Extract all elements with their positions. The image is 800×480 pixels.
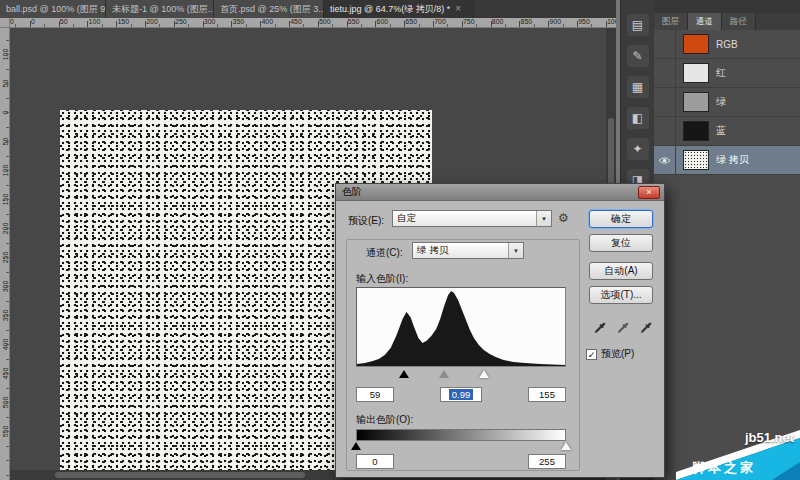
gray-point-eyedropper-icon[interactable] [615, 319, 631, 335]
output-shadow-field[interactable]: 0 [356, 454, 394, 469]
input-midtone-slider[interactable] [439, 370, 449, 378]
white-point-eyedropper-icon[interactable] [638, 319, 654, 335]
ruler-ticks [10, 21, 616, 27]
panel-header-strip [654, 0, 800, 13]
document-tab-label: 首页.psd @ 25% (图层 3... [220, 3, 324, 16]
visibility-toggle[interactable] [654, 117, 676, 145]
collapsed-panel-icon[interactable]: ✦ [627, 138, 649, 160]
document-tab-label: 未标题-1 @ 100% (图层... [112, 3, 214, 16]
eye-icon [658, 156, 671, 165]
ruler-corner [0, 18, 10, 28]
channel-row-green-copy[interactable]: 绿 拷贝 [654, 146, 800, 175]
close-tab-icon[interactable]: × [455, 4, 461, 14]
levels-dialog: 色阶 × 预设(E): 自定 ▼ ⚙ 确定 通道(C): 绿 拷贝 ▼ 复位 输… [335, 183, 665, 478]
collapsed-panel-icon[interactable]: ▦ [627, 76, 649, 98]
black-point-eyedropper-icon[interactable] [592, 319, 608, 335]
reset-button[interactable]: 复位 [589, 234, 653, 252]
selected-text: 0.99 [449, 389, 474, 400]
output-shadow-slider[interactable] [351, 442, 361, 450]
watermark-site: jb51.net [745, 430, 794, 445]
channel-name: 红 [716, 66, 726, 80]
channel-thumbnail [683, 121, 709, 141]
gear-icon[interactable]: ⚙ [558, 211, 569, 225]
preset-dropdown[interactable]: 自定 ▼ [392, 210, 552, 227]
preview-label: 预览(P) [601, 347, 634, 361]
channel-label: 通道(C): [366, 246, 403, 260]
channel-thumbnail [683, 92, 709, 112]
input-gamma-field[interactable]: 0.99 [440, 387, 482, 402]
channel-thumbnail [683, 150, 709, 170]
output-levels-label: 输出色阶(O): [356, 413, 413, 427]
document-tab[interactable]: ball.psd @ 100% (图层 9... × [0, 0, 106, 18]
channel-thumbnail [683, 63, 709, 83]
channel-value: 绿 拷贝 [413, 244, 508, 257]
histogram [356, 287, 566, 367]
preview-option[interactable]: ✓ 预览(P) [586, 347, 634, 361]
input-highlight-slider[interactable] [479, 370, 489, 378]
input-shadow-slider[interactable] [399, 370, 409, 378]
document-tab-label: ball.psd @ 100% (图层 9... [6, 3, 106, 16]
tab-layers[interactable]: 图层 [654, 13, 688, 30]
visibility-toggle[interactable] [654, 30, 676, 58]
document-tab-active[interactable]: tietu.jpg @ 64.7%(绿 拷贝/8) * × [324, 0, 474, 18]
vertical-ruler: 10050050100150200250300350400450500550 [0, 28, 10, 480]
preset-label: 预设(E): [348, 214, 384, 228]
scrollbar-thumb[interactable] [55, 472, 305, 478]
document-tabbar: ball.psd @ 100% (图层 9... × 未标题-1 @ 100% … [0, 0, 620, 18]
visibility-toggle[interactable] [654, 88, 676, 116]
preset-value: 自定 [393, 212, 536, 225]
channel-name: 蓝 [716, 124, 726, 138]
channel-row-green[interactable]: 绿 [654, 88, 800, 117]
channel-row-blue[interactable]: 蓝 [654, 117, 800, 146]
document-tab-label: tietu.jpg @ 64.7%(绿 拷贝/8) * [330, 3, 450, 16]
channel-row-rgb[interactable]: RGB [654, 30, 800, 59]
panel-tabs: 图层 通道 路径 [654, 13, 800, 30]
visibility-toggle[interactable] [654, 59, 676, 87]
horizontal-ruler: 1000501001502002503003504004505005506006… [10, 18, 616, 28]
watermark-name: 脚本之家 [692, 459, 756, 477]
channel-thumbnail [683, 34, 709, 54]
output-gradient-bar [356, 429, 566, 441]
channel-name: 绿 [716, 95, 726, 109]
collapsed-panel-icon[interactable]: ◧ [627, 107, 649, 129]
channel-dropdown[interactable]: 绿 拷贝 ▼ [412, 242, 524, 259]
output-highlight-slider[interactable] [561, 442, 571, 450]
dialog-title: 色阶 [342, 185, 362, 199]
collapsed-panel-icon[interactable]: ✎ [627, 45, 649, 67]
channel-name: RGB [716, 39, 738, 50]
chevron-down-icon[interactable]: ▼ [536, 211, 551, 226]
channel-row-red[interactable]: 红 [654, 59, 800, 88]
document-tab[interactable]: 未标题-1 @ 100% (图层... × [106, 0, 214, 18]
visibility-toggle[interactable] [654, 146, 676, 174]
dialog-close-button[interactable]: × [638, 186, 660, 199]
dialog-titlebar[interactable]: 色阶 × [336, 184, 664, 201]
collapsed-panel-icon[interactable]: ▤ [627, 14, 649, 36]
tab-paths[interactable]: 路径 [722, 13, 756, 30]
watermark: jb51.net 脚本之家 [676, 426, 800, 480]
input-highlight-field[interactable]: 155 [528, 387, 566, 402]
options-button[interactable]: 选项(T)... [589, 286, 653, 304]
auto-button[interactable]: 自动(A) [589, 262, 653, 280]
eyedropper-group [592, 319, 654, 335]
chevron-down-icon[interactable]: ▼ [508, 243, 523, 258]
tab-channels[interactable]: 通道 [688, 13, 722, 30]
channels-panel: 图层 通道 路径 RGB 红 绿 蓝 绿 拷贝 [654, 0, 800, 480]
input-shadow-field[interactable]: 59 [356, 387, 394, 402]
ok-button[interactable]: 确定 [589, 210, 653, 228]
ruler-ticks [6, 40, 9, 480]
input-levels-label: 输入色阶(I): [356, 272, 408, 286]
channel-name: 绿 拷贝 [716, 153, 749, 167]
document-tab[interactable]: 首页.psd @ 25% (图层 3... × [214, 0, 324, 18]
output-highlight-field[interactable]: 255 [528, 454, 566, 469]
preview-checkbox[interactable]: ✓ [586, 349, 597, 360]
